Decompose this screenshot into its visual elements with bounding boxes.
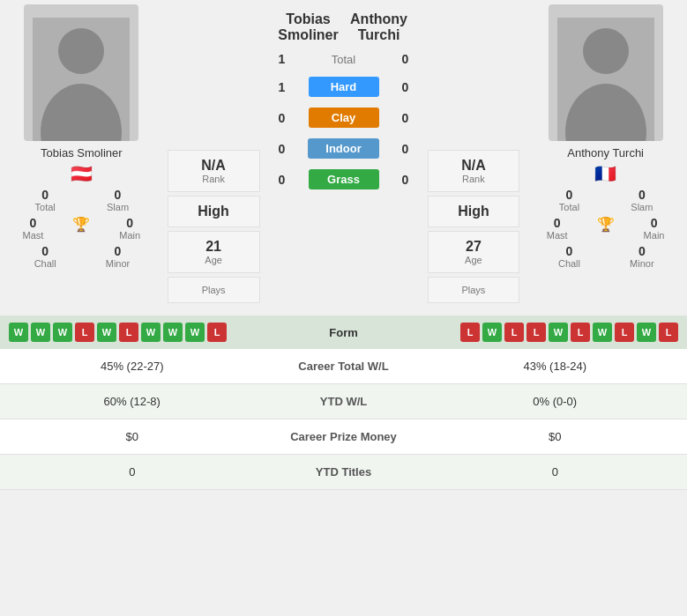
player2-main: 0 Main	[637, 216, 672, 241]
players-section: Tobias Smoliner 🇦🇹 0 Total 0 Slam 0	[0, 0, 687, 311]
names-heading-row: Tobias Smoliner Anthony Turchi	[265, 4, 423, 47]
player1-stats-row1: 0 Total 0 Slam	[9, 188, 154, 212]
player1-name: Tobias Smoliner	[41, 146, 123, 160]
player2-rank-box: N/A Rank	[428, 150, 520, 192]
stats-cell-label: Career Prize Money	[265, 419, 423, 454]
form-badge-p1: L	[119, 323, 138, 342]
player2-stats-row3: 0 Chall 0 Minor	[533, 244, 678, 269]
player2-stats: 0 Total 0 Slam 0 Mast 🏆	[533, 188, 678, 269]
form-badge-p2: L	[526, 323, 546, 342]
svg-point-4	[583, 28, 629, 74]
stats-cell-left: $0	[0, 419, 265, 454]
player1-stats-row2: 0 Mast 🏆 0 Main	[9, 216, 154, 241]
player2-form-badges: LWLLWLWLWL	[431, 323, 678, 342]
form-badge-p2: L	[571, 323, 590, 342]
total-score-row: 1 Total 0	[265, 47, 423, 71]
form-badge-p1: W	[9, 323, 28, 342]
player2-age-box: 27 Age	[428, 231, 520, 273]
player2-name: Anthony Turchi	[567, 146, 644, 160]
grass-badge: Grass	[309, 169, 379, 189]
player1-level-box: High	[168, 196, 260, 227]
stats-cell-left: 60% (12-8)	[0, 384, 265, 419]
player1-chall: 0 Chall	[27, 244, 63, 269]
indoor-score-row: 0 Indoor 0	[265, 133, 423, 164]
stats-cell-label: YTD W/L	[265, 384, 423, 419]
clay-score-row: 0 Clay 0	[265, 102, 423, 133]
player1-card: Tobias Smoliner 🇦🇹 0 Total 0 Slam 0	[0, 0, 163, 311]
player1-middle-panel: N/A Rank High 21 Age Plays	[163, 0, 265, 311]
player1-rank-box: N/A Rank	[168, 150, 260, 192]
stats-cell-label: Career Total W/L	[265, 349, 423, 383]
player2-stats-row2: 0 Mast 🏆 0 Main	[533, 216, 678, 241]
stats-row: 60% (12-8)YTD W/L0% (0-0)	[0, 384, 687, 419]
stats-row: 45% (22-27)Career Total W/L43% (18-24)	[0, 349, 687, 384]
form-badge-p1: W	[97, 323, 116, 342]
player2-trophy: 🏆	[588, 216, 624, 241]
player1-minor: 0 Minor	[101, 244, 136, 269]
form-badge-p2: L	[659, 323, 678, 342]
player2-mast: 0 Mast	[540, 216, 575, 241]
player1-plays-box: Plays	[168, 277, 260, 303]
form-badge-p2: W	[637, 323, 656, 342]
player2-flag: 🇫🇷	[594, 163, 616, 184]
main-container: Tobias Smoliner 🇦🇹 0 Total 0 Slam 0	[0, 0, 687, 490]
clay-badge: Clay	[309, 108, 379, 128]
player2-plays-box: Plays	[428, 277, 520, 303]
form-badge-p2: L	[504, 323, 524, 342]
player1-mast: 0 Mast	[15, 216, 50, 241]
player2-total: 0 Total	[551, 188, 586, 212]
form-badge-p2: L	[460, 323, 480, 342]
player1-total: 0 Total	[27, 188, 63, 212]
stats-row: 0YTD Titles0	[0, 455, 687, 490]
trophy2-icon: 🏆	[597, 216, 615, 233]
player1-age-box: 21 Age	[168, 231, 260, 273]
form-label: Form	[256, 326, 431, 339]
player2-chall: 0 Chall	[551, 244, 586, 269]
stats-cell-right: 0% (0-0)	[423, 384, 688, 419]
form-badge-p1: W	[141, 323, 161, 342]
player1-slam: 0 Slam	[101, 188, 136, 212]
form-badge-p1: W	[53, 323, 72, 342]
player1-stats-row3: 0 Chall 0 Minor	[9, 244, 154, 269]
player2-stats-row1: 0 Total 0 Slam	[533, 188, 678, 212]
form-badge-p2: W	[549, 323, 568, 342]
stats-cell-right: 0	[423, 455, 688, 489]
form-section: WWWLWLWWWL Form LWLLWLWLWL	[0, 315, 687, 349]
form-badge-p1: W	[163, 323, 183, 342]
grass-score-row: 0 Grass 0	[265, 164, 423, 195]
player1-avatar	[24, 4, 138, 141]
form-badge-p2: W	[593, 323, 612, 342]
form-badge-p1: W	[185, 323, 205, 342]
form-badge-p1: W	[31, 323, 50, 342]
p2-name-heading: Anthony Turchi	[344, 11, 414, 43]
player2-middle-panel: N/A Rank High 27 Age Plays	[423, 0, 525, 311]
stats-cell-left: 0	[0, 455, 265, 489]
form-badge-p2: W	[482, 323, 502, 342]
stats-cell-label: YTD Titles	[265, 455, 423, 489]
form-badge-p1: L	[207, 323, 227, 342]
player2-slam: 0 Slam	[624, 188, 660, 212]
indoor-badge: Indoor	[308, 138, 378, 159]
trophy-icon: 🏆	[72, 216, 90, 233]
form-badge-p1: L	[75, 323, 94, 342]
player1-flag: 🇦🇹	[71, 163, 93, 184]
stats-table: 45% (22-27)Career Total W/L43% (18-24)60…	[0, 349, 687, 490]
stats-cell-left: 45% (22-27)	[0, 349, 265, 383]
hard-badge: Hard	[309, 77, 379, 97]
stats-cell-right: $0	[423, 419, 688, 454]
player1-stats: 0 Total 0 Slam 0 Mast 🏆	[9, 188, 154, 269]
stats-row: $0Career Prize Money$0	[0, 419, 687, 455]
svg-point-1	[58, 28, 104, 74]
player1-main: 0 Main	[112, 216, 147, 241]
p1-name-heading: Tobias Smoliner	[273, 11, 344, 43]
score-panel: Tobias Smoliner Anthony Turchi 1 Total 0…	[265, 0, 423, 311]
hard-score-row: 1 Hard 0	[265, 71, 423, 102]
player2-card: Anthony Turchi 🇫🇷 0 Total 0 Slam 0	[524, 0, 687, 311]
player2-minor: 0 Minor	[624, 244, 660, 269]
form-badge-p2: L	[615, 323, 634, 342]
stats-cell-right: 43% (18-24)	[423, 349, 688, 383]
player2-avatar	[549, 4, 663, 141]
player1-form-badges: WWWLWLWWWL	[9, 323, 256, 342]
player2-level-box: High	[428, 196, 520, 227]
player1-trophy: 🏆	[63, 216, 99, 241]
